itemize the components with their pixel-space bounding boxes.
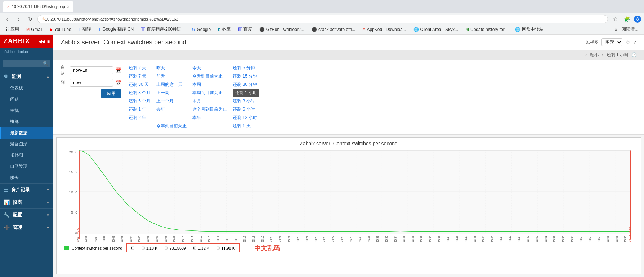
extensions-icon[interactable]: 🧩 xyxy=(622,15,631,23)
sidebar-item-hosts[interactable]: 主机 xyxy=(0,105,53,116)
bookmark-github[interactable]: ⚫ GitHub - webleon/... xyxy=(256,26,307,33)
sidebar-logo: ZABBIX ◀◀ ■ xyxy=(0,35,53,48)
bookmark-translate[interactable]: T 翻译 xyxy=(76,26,94,33)
sidebar-item-problems[interactable]: 问题 xyxy=(0,94,53,105)
shortcut-7days[interactable]: 还剩 7 天 xyxy=(129,72,151,80)
svg-text:23:37: 23:37 xyxy=(420,236,424,242)
shortcut-5min[interactable]: 还剩 5 分钟 xyxy=(233,64,259,72)
browser-tab[interactable]: Z 10.20.70.113:8080/history.php × xyxy=(3,1,73,12)
apply-button[interactable]: 应用 xyxy=(101,89,121,98)
section-header-admin[interactable]: ➕ 管理 ▼ xyxy=(0,221,53,234)
shortcut-this-month[interactable]: 本月 xyxy=(192,97,227,105)
shortcut-this-week[interactable]: 本周 xyxy=(192,81,227,88)
shortcut-last-year[interactable]: 去年 xyxy=(156,106,187,113)
page-title: Zabbix server: Context switches per seco… xyxy=(61,39,186,46)
sidebar: ZABBIX ◀◀ ■ Zabbix docker 🔍 👁 监测 ▲ 仪表板 问… xyxy=(0,35,53,277)
graph-title: Zabbix server: Context switches per seco… xyxy=(57,138,641,149)
shortcut-3hours[interactable]: 还剩 3 小时 xyxy=(233,97,259,105)
search-icon[interactable]: 🔍 xyxy=(43,61,48,66)
shrink-label[interactable]: 缩小 xyxy=(590,52,599,58)
sidebar-item-dashboard[interactable]: 仪表板 xyxy=(0,83,53,94)
shortcut-this-week-so-far[interactable]: 本周到目前为止 xyxy=(192,89,227,97)
to-calendar-button[interactable]: 📅 xyxy=(115,80,121,85)
section-header-reports[interactable]: 📊 报表 ▼ xyxy=(0,196,53,208)
svg-text:23:45: 23:45 xyxy=(491,236,494,242)
address-bar[interactable]: ⚠ 10.20.70.113:8080/history.php?action=s… xyxy=(37,15,608,23)
bookmark-apps[interactable]: ⠿ 应用 xyxy=(3,26,22,33)
shortcut-this-day-week[interactable]: 上周的这一天 xyxy=(156,81,187,88)
shortcut-3months[interactable]: 还剩 3 个月 xyxy=(129,89,151,97)
shortcut-12hours[interactable]: 还剩 12 小时 xyxy=(233,114,259,122)
bookmark-update[interactable]: ⊞ Update history for... xyxy=(462,26,511,33)
bookmark-bing[interactable]: b 必应 xyxy=(215,26,233,33)
tab-bar: Z 10.20.70.113:8080/history.php × xyxy=(0,0,644,13)
assets-label: 资产记录 xyxy=(11,186,30,193)
close-tab-icon[interactable]: × xyxy=(67,5,70,9)
sidebar-item-screens[interactable]: 聚合图形 xyxy=(0,138,53,150)
favorite-button[interactable]: ☆ xyxy=(625,39,630,46)
shortcut-prev-month[interactable]: 上一个月 xyxy=(156,97,187,105)
shortcut-today[interactable]: 今天 xyxy=(192,64,227,72)
bookmark-baidu-translate[interactable]: 百 百度翻译-200种语... xyxy=(138,26,188,33)
shortcut-6months[interactable]: 还剩 6 个月 xyxy=(129,97,151,105)
sidebar-item-latest-data[interactable]: 最新数据 xyxy=(0,127,53,138)
to-label: 到 xyxy=(61,80,68,86)
shortcut-1year[interactable]: 还剩 1 年 xyxy=(129,106,151,113)
search-wrap[interactable]: 🔍 xyxy=(3,60,50,67)
collapse-icon[interactable]: ◀◀ xyxy=(39,39,45,44)
bookmark-disk[interactable]: 🌐 网盘中转站 xyxy=(512,26,546,33)
reports-label: 报表 xyxy=(13,199,22,206)
from-input[interactable] xyxy=(70,66,113,74)
bookmark-baidu[interactable]: 百 百度 xyxy=(235,26,255,33)
bookmark-crack[interactable]: ⚫ crack activate offi... xyxy=(309,26,358,33)
shortcut-30min[interactable]: 还剩 30 分钟 xyxy=(233,81,259,88)
view-select[interactable]: 图形 xyxy=(601,38,622,46)
more-bookmarks[interactable]: » xyxy=(615,27,617,32)
search-input[interactable] xyxy=(5,61,43,66)
bookmark-google-translate[interactable]: T Google 翻译 CN xyxy=(95,26,137,33)
bookmark-google[interactable]: G Google xyxy=(189,26,214,33)
from-label: 自从 xyxy=(61,64,68,76)
time-next-button[interactable]: › xyxy=(601,52,603,58)
user-avatar[interactable]: 8 xyxy=(634,16,641,23)
stat-item-3: ⊡ 931.5639 xyxy=(165,246,186,250)
forward-button[interactable]: › xyxy=(14,15,23,23)
bookmark-client[interactable]: 🌐 Client Area - Skyx... xyxy=(411,26,461,33)
shortcut-1day[interactable]: 还剩 1 天 xyxy=(233,122,259,130)
menu-icon[interactable]: ■ xyxy=(47,39,50,44)
bookmark-gmail[interactable]: M Gmail xyxy=(23,26,45,33)
time-prev-button[interactable]: ‹ xyxy=(585,52,587,58)
from-calendar-button[interactable]: 📅 xyxy=(115,67,121,73)
shortcut-this-year-so-far[interactable]: 今年到目前为止 xyxy=(156,122,187,130)
sidebar-item-overview[interactable]: 概览 xyxy=(0,116,53,127)
bookmark-star[interactable]: ☆ xyxy=(611,15,620,23)
shortcut-6hours[interactable]: 还剩 6 小时 xyxy=(233,106,259,113)
shortcut-15min[interactable]: 还剩 15 分钟 xyxy=(233,72,259,80)
bookmark-appked[interactable]: A AppKed | Downloa... xyxy=(359,26,409,33)
shortcut-this-year[interactable]: 本年 xyxy=(192,114,227,122)
shortcut-30days[interactable]: 还剩 30 天 xyxy=(129,81,151,88)
shortcut-2days[interactable]: 还剩 2 天 xyxy=(129,64,151,72)
back-button[interactable]: ‹ xyxy=(3,15,12,23)
shortcut-yesterday[interactable]: 昨天 xyxy=(156,64,187,72)
shortcut-2years[interactable]: 还剩 2 年 xyxy=(129,114,151,122)
reload-button[interactable]: ↻ xyxy=(26,15,35,23)
sidebar-item-maps[interactable]: 拓扑图 xyxy=(0,150,53,161)
section-header-config[interactable]: 🔧 配置 ▼ xyxy=(0,209,53,221)
expand-icon[interactable]: ⤢ xyxy=(633,40,637,45)
bookmark-read[interactable]: 阅读清... xyxy=(619,26,641,33)
shortcut-this-month-so-far[interactable]: 这个月到目前为止 xyxy=(192,106,227,113)
shortcut-prev-week[interactable]: 上一周 xyxy=(156,89,187,97)
svg-text:23:10: 23:10 xyxy=(182,236,185,242)
shortcut-daybeforeyesterday[interactable]: 前天 xyxy=(156,72,187,80)
sidebar-item-discovery[interactable]: 自动发现 xyxy=(0,161,53,172)
bookmark-youtube[interactable]: ▶ YouTube xyxy=(47,26,74,33)
svg-text:03-18 23:56: 03-18 23:56 xyxy=(627,227,631,242)
svg-text:23:12: 23:12 xyxy=(199,236,203,242)
shortcut-today-so-far[interactable]: 今天到目前为止 xyxy=(192,72,227,80)
section-header-monitoring[interactable]: 👁 监测 ▲ xyxy=(0,70,53,83)
sidebar-item-services[interactable]: 服务 xyxy=(0,172,53,183)
to-input[interactable] xyxy=(70,79,113,87)
section-header-assets[interactable]: ☰ 资产记录 ▼ xyxy=(0,184,53,196)
shortcut-1hour[interactable]: 还剩 1 小时 xyxy=(233,89,259,97)
